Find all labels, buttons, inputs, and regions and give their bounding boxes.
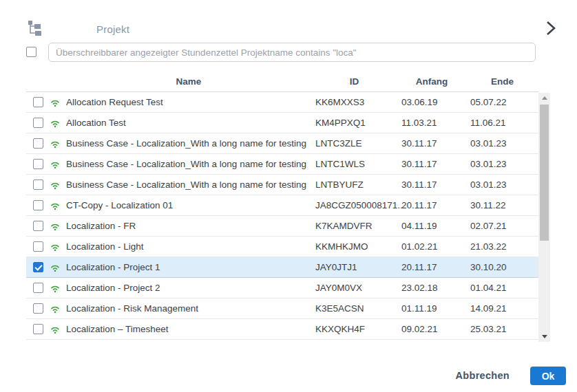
cell-ende: 21.03.22 [466,241,538,252]
row-checkbox[interactable] [33,241,43,252]
filter-input[interactable] [48,43,536,62]
cell-id: LNTC3ZLE [311,138,397,149]
cell-name: Business Case - Localization_With a long… [66,138,311,149]
hierarchy-icon [26,19,43,36]
table-row[interactable]: Localization - Light KKMHKJMO 01.02.21 2… [26,237,538,257]
wifi-icon [50,200,61,211]
cell-ende: 01.04.21 [466,283,538,293]
cell-name: Localization - Light [66,241,311,252]
cell-anfang: 30.11.17 [397,179,466,190]
project-picker-dialog: Projekt Name ID Anfang Ende [0,0,577,392]
row-checkbox[interactable] [33,303,43,314]
table-row[interactable]: Business Case - Localization_With a long… [26,154,538,175]
table-row[interactable]: Localization - Project 2 JAY0M0VX 23.02.… [26,278,538,298]
wifi-icon [50,303,61,314]
cell-name: Localization - Project 1 [66,262,311,272]
table-row[interactable]: Localization - Risk Management K3E5ACSN … [26,298,538,319]
row-checkbox[interactable] [33,262,43,272]
table-row[interactable]: Business Case - Localization_With a long… [26,175,538,195]
row-checkbox[interactable] [33,200,43,210]
wifi-icon [50,221,61,232]
page-title: Projekt [96,23,129,35]
column-header-anfang: Anfang [397,76,466,87]
ok-button[interactable]: Ok [530,367,566,385]
wifi-icon [50,159,61,170]
cell-id: KM4PPXQ1 [311,118,397,128]
cell-anfang: 09.02.21 [397,324,466,334]
cell-anfang: 04.11.19 [397,221,466,231]
cell-name: Localization - Risk Management [66,303,311,314]
row-checkbox[interactable] [33,97,43,107]
row-checkbox[interactable] [33,324,43,334]
column-header-id: ID [311,76,397,87]
chevron-right-icon [541,19,559,37]
table-row[interactable]: Business Case - Localization_With a long… [26,133,538,154]
cell-anfang: 11.03.21 [397,118,466,128]
column-header-ende: Ende [466,76,538,87]
table-row[interactable]: Localization - FR K7KAMDVFR 04.11.19 02.… [26,216,538,237]
project-table: Name ID Anfang Ende Allocation Request T… [26,72,538,340]
row-checkbox[interactable] [33,118,43,128]
wifi-icon [50,97,61,108]
cell-ende: 30.10.20 [466,262,538,272]
table-row[interactable]: Allocation Request Test KK6MXXS3 03.06.1… [26,92,538,113]
cell-anfang: 30.11.17 [397,138,466,149]
row-checkbox[interactable] [33,159,43,169]
cell-ende: 03.01.23 [466,159,538,169]
cell-name: Localization - FR [66,221,311,231]
wifi-icon [50,283,61,294]
select-all-checkbox[interactable] [26,47,36,57]
cancel-button[interactable]: Abbrechen [456,370,510,381]
cell-anfang: 20.11.17 [397,262,466,272]
cell-id: JAY0JTJ1 [311,262,397,272]
cell-ende: 30.11.22 [466,200,538,210]
scrollbar-thumb[interactable] [540,105,549,241]
cell-ende: 14.09.21 [466,303,538,314]
cell-ende: 25.03.21 [466,324,538,334]
table-row[interactable]: Localization – Timesheet KKXQKH4F 09.02.… [26,319,538,340]
table-header-row: Name ID Anfang Ende [26,72,538,92]
cell-name: Localization - Project 2 [66,283,311,293]
table-row[interactable]: Localization - Project 1 JAY0JTJ1 20.11.… [26,257,538,278]
cell-name: CT-Copy - Localization 01 [66,200,311,210]
cell-id: LNTBYUFZ [311,179,397,190]
table-row[interactable]: Allocation Test KM4PPXQ1 11.03.21 11.06.… [26,113,538,133]
scroll-up-arrow-icon[interactable] [538,93,550,103]
column-header-name: Name [66,76,311,87]
wifi-icon [50,179,61,190]
wifi-icon [50,324,61,335]
project-table-body: Allocation Request Test KK6MXXS3 03.06.1… [26,92,538,340]
cell-anfang: 20.11.17 [397,200,466,210]
cell-anfang: 01.11.19 [397,303,466,314]
cell-anfang: 30.11.17 [397,159,466,169]
cell-ende: 03.01.23 [466,138,538,149]
cell-id: K7KAMDVFR [311,221,397,231]
scroll-down-arrow-icon[interactable] [538,331,550,342]
cell-id: KK6MXXS3 [311,97,397,107]
table-row[interactable]: CT-Copy - Localization 01 JA8CGZ05000817… [26,195,538,216]
cell-name: Business Case - Localization_With a long… [66,159,311,169]
cell-ende: 02.07.21 [466,221,538,231]
cell-anfang: 03.06.19 [397,97,466,107]
vertical-scrollbar[interactable] [538,93,550,342]
cell-anfang: 23.02.18 [397,283,466,293]
row-checkbox[interactable] [33,283,43,293]
cell-name: Allocation Test [66,118,311,128]
expand-button[interactable] [541,19,559,37]
cell-name: Allocation Request Test [66,97,311,107]
row-checkbox[interactable] [33,179,43,190]
wifi-icon [50,138,61,149]
cell-anfang: 01.02.21 [397,241,466,252]
cell-id: JAY0M0VX [311,283,397,293]
cell-ende: 11.06.21 [466,118,538,128]
cell-id: KKMHKJMO [311,241,397,252]
wifi-icon [50,262,61,273]
cell-name: Business Case - Localization_With a long… [66,179,311,190]
wifi-icon [50,241,61,252]
row-checkbox[interactable] [33,221,43,231]
cell-id: K3E5ACSN [311,303,397,314]
row-checkbox[interactable] [33,138,43,149]
cell-name: Localization – Timesheet [66,324,311,334]
cell-ende: 05.07.22 [466,97,538,107]
cell-id: LNTC1WLS [311,159,397,169]
